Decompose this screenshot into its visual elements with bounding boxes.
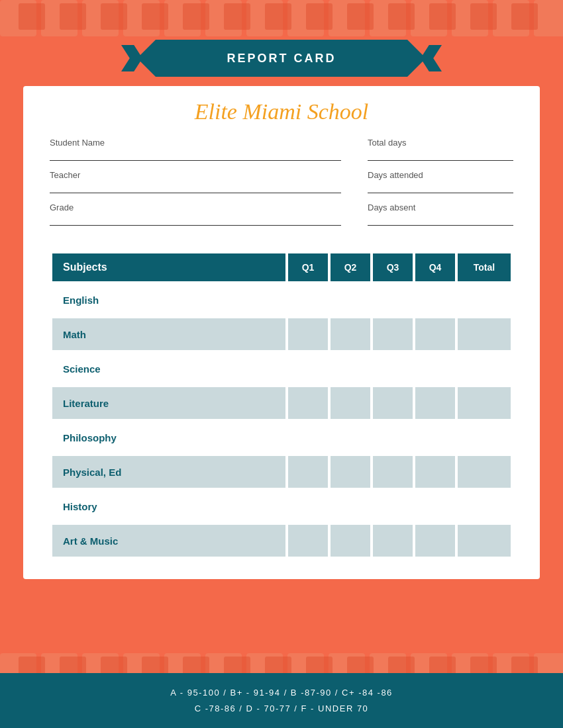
footer-line1: A - 95-100 / B+ - 91-94 / B -87-90 / C+ … bbox=[26, 685, 537, 700]
svg-rect-21 bbox=[265, 3, 291, 30]
subject-cell: Art & Music bbox=[52, 525, 285, 557]
svg-rect-20 bbox=[224, 3, 250, 30]
days-absent-line bbox=[368, 215, 513, 226]
grade-table: Subjects Q1 Q2 Q3 Q4 Total EnglishMathSc… bbox=[50, 251, 513, 559]
svg-rect-22 bbox=[306, 3, 333, 30]
total-days-label: Total days bbox=[368, 138, 513, 148]
grade-cell-q4 bbox=[415, 490, 455, 522]
grade-cell-q2 bbox=[331, 284, 370, 316]
grade-cell-q3 bbox=[373, 353, 413, 385]
total-days-line bbox=[368, 150, 513, 161]
grade-cell-q3 bbox=[373, 490, 413, 522]
info-section: Student Name Teacher Grade Total days bbox=[50, 138, 513, 235]
grade-cell-q1 bbox=[288, 284, 328, 316]
table-row: Literature bbox=[52, 387, 511, 419]
grade-cell-q2 bbox=[331, 318, 370, 350]
header-q3: Q3 bbox=[373, 253, 413, 281]
grade-cell-q4 bbox=[415, 284, 455, 316]
subject-cell: Philosophy bbox=[52, 422, 285, 453]
subject-cell: English bbox=[52, 284, 285, 316]
grade-cell-q1 bbox=[288, 525, 328, 557]
banner-title: REPORT CARD bbox=[227, 52, 336, 66]
header-subjects: Subjects bbox=[52, 253, 285, 281]
table-row: Physical, Ed bbox=[52, 456, 511, 488]
grade-cell-q3 bbox=[373, 525, 413, 557]
grade-cell-total bbox=[458, 353, 511, 385]
table-row: Math bbox=[52, 318, 511, 350]
grade-line bbox=[50, 215, 341, 226]
svg-rect-18 bbox=[142, 3, 168, 30]
grade-cell-q4 bbox=[415, 353, 455, 385]
footer: A - 95-100 / B+ - 91-94 / B -87-90 / C+ … bbox=[0, 673, 563, 728]
subject-cell: Physical, Ed bbox=[52, 456, 285, 488]
student-name-line bbox=[50, 150, 341, 161]
grade-cell-q1 bbox=[288, 318, 328, 350]
subject-cell: Math bbox=[52, 318, 285, 350]
grade-cell-q1 bbox=[288, 353, 328, 385]
svg-rect-23 bbox=[347, 3, 374, 30]
svg-rect-14 bbox=[534, 0, 563, 36]
grade-cell-q3 bbox=[373, 387, 413, 419]
grade-cell-q1 bbox=[288, 422, 328, 453]
grade-cell-q4 bbox=[415, 422, 455, 453]
subject-cell: Literature bbox=[52, 387, 285, 419]
grade-cell-q1 bbox=[288, 490, 328, 522]
grade-cell-total bbox=[458, 318, 511, 350]
header-q4: Q4 bbox=[415, 253, 455, 281]
school-name: Elite Miami School bbox=[50, 99, 513, 124]
table-row: Science bbox=[52, 353, 511, 385]
info-right: Total days Days attended Days absent bbox=[368, 138, 513, 235]
grade-label: Grade bbox=[50, 203, 341, 212]
days-attended-line bbox=[368, 183, 513, 193]
svg-rect-17 bbox=[101, 3, 127, 30]
grade-cell-q1 bbox=[288, 456, 328, 488]
svg-rect-25 bbox=[429, 3, 456, 30]
grade-cell-q4 bbox=[415, 456, 455, 488]
header-total: Total bbox=[458, 253, 511, 281]
grade-cell-q4 bbox=[415, 318, 455, 350]
svg-rect-26 bbox=[470, 3, 497, 30]
student-name-label: Student Name bbox=[50, 138, 341, 148]
teacher-label: Teacher bbox=[50, 170, 341, 180]
grade-cell-q4 bbox=[415, 387, 455, 419]
days-attended-label: Days attended bbox=[368, 170, 513, 180]
grade-cell-total bbox=[458, 490, 511, 522]
grade-cell-total bbox=[458, 422, 511, 453]
svg-rect-27 bbox=[511, 3, 538, 30]
student-name-field: Student Name bbox=[50, 138, 341, 161]
header-q1: Q1 bbox=[288, 253, 328, 281]
grade-cell-total bbox=[458, 387, 511, 419]
days-attended-field: Days attended bbox=[368, 170, 513, 193]
grade-cell-q3 bbox=[373, 318, 413, 350]
total-days-field: Total days bbox=[368, 138, 513, 161]
table-row: English bbox=[52, 284, 511, 316]
info-left: Student Name Teacher Grade bbox=[50, 138, 341, 235]
grade-cell-total bbox=[458, 525, 511, 557]
svg-rect-19 bbox=[183, 3, 209, 30]
grade-cell-q2 bbox=[331, 353, 370, 385]
grade-cell-q3 bbox=[373, 456, 413, 488]
grade-cell-q3 bbox=[373, 422, 413, 453]
svg-rect-16 bbox=[60, 3, 86, 30]
days-absent-field: Days absent bbox=[368, 203, 513, 226]
footer-line2: C -78-86 / D - 70-77 / F - UNDER 70 bbox=[26, 701, 537, 716]
teacher-line bbox=[50, 183, 341, 193]
grade-cell-q4 bbox=[415, 525, 455, 557]
grade-cell-total bbox=[458, 284, 511, 316]
table-row: Art & Music bbox=[52, 525, 511, 557]
days-absent-label: Days absent bbox=[368, 203, 513, 212]
subject-cell: Science bbox=[52, 353, 285, 385]
grade-cell-q2 bbox=[331, 422, 370, 453]
grade-cell-q1 bbox=[288, 387, 328, 419]
svg-rect-15 bbox=[19, 3, 45, 30]
page-wrapper: REPORT CARD Elite Miami School Student N… bbox=[0, 0, 563, 728]
grade-cell-q2 bbox=[331, 525, 370, 557]
header-q2: Q2 bbox=[331, 253, 370, 281]
banner-left-arrow bbox=[137, 40, 156, 77]
grade-cell-q3 bbox=[373, 284, 413, 316]
grade-field: Grade bbox=[50, 203, 341, 226]
table-row: Philosophy bbox=[52, 422, 511, 453]
subject-cell: History bbox=[52, 490, 285, 522]
teacher-field: Teacher bbox=[50, 170, 341, 193]
report-card: Elite Miami School Student Name Teacher … bbox=[23, 86, 540, 579]
